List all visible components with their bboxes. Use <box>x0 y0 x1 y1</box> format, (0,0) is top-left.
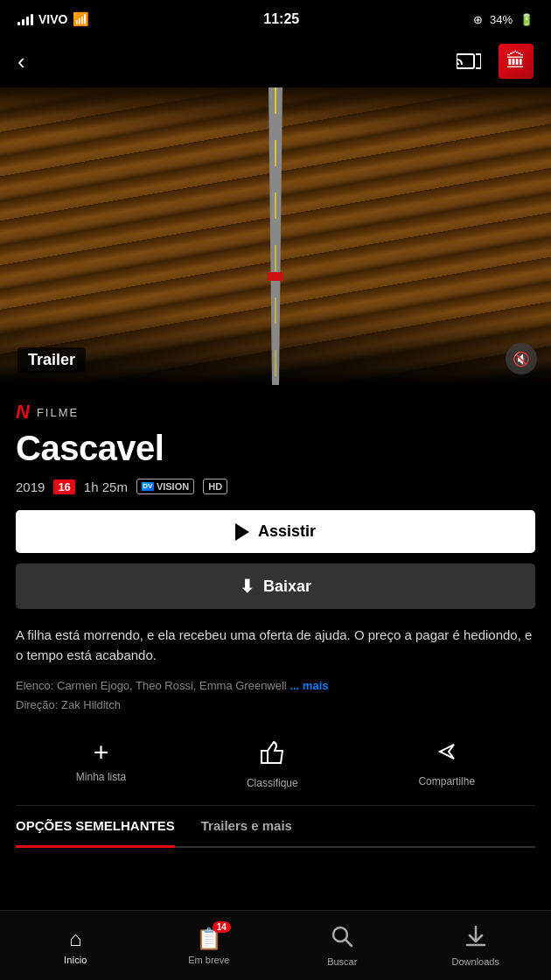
coming-soon-label: Em breve <box>188 955 229 965</box>
carrier-info: VIVO 📶 <box>17 11 89 27</box>
action-buttons-row: + Minha lista Classifique Compartilhe <box>16 731 535 806</box>
svg-rect-0 <box>457 54 474 68</box>
status-bar: VIVO 📶 11:25 ⊕ 34% 🔋 <box>0 0 551 35</box>
movie-credits: Elenco: Carmen Ejogo, Theo Rossi, Emma G… <box>16 676 535 715</box>
cast-label: Elenco: <box>16 679 53 692</box>
svg-rect-1 <box>262 751 268 763</box>
cast-names: Carmen Ejogo, Theo Rossi, Emma Greenwell <box>57 679 287 692</box>
thumbs-up-icon <box>259 739 285 772</box>
movie-year: 2019 <box>16 480 45 494</box>
watch-button[interactable]: Assistir <box>16 510 535 553</box>
car-graphic <box>268 272 283 281</box>
cast-info: Elenco: Carmen Ejogo, Theo Rossi, Emma G… <box>16 676 535 696</box>
share-label: Compartilhe <box>418 775 475 788</box>
movie-detail-content: N FILME Cascavel 2019 16 1h 25m DV VISIO… <box>0 385 551 848</box>
tab-similar[interactable]: OPÇÕES SEMELHANTES <box>16 806 175 848</box>
movie-description: A filha está morrendo, e ela recebeu uma… <box>16 625 535 666</box>
watch-button-label: Assistir <box>258 522 316 541</box>
director-info: Direção: Zak Hilditch <box>16 696 535 715</box>
trailer-label: Trailer <box>17 347 86 373</box>
rate-label: Classifique <box>247 777 298 789</box>
hd-badge: HD <box>203 479 227 494</box>
cast-button[interactable] <box>457 49 481 74</box>
battery-icon: 🔋 <box>520 13 534 26</box>
download-button-label: Baixar <box>263 578 311 596</box>
svg-line-3 <box>345 940 352 946</box>
status-right: ⊕ 34% 🔋 <box>473 13 534 26</box>
home-icon: ⌂ <box>69 927 82 951</box>
movie-meta-row: 2019 16 1h 25m DV VISION HD <box>16 479 535 494</box>
nav-home[interactable]: ⌂ Início <box>9 927 143 965</box>
wifi-icon: 📶 <box>73 11 89 27</box>
dolby-vision-logo-icon: DV <box>142 482 154 491</box>
tab-trailers[interactable]: Trailers e mais <box>201 806 292 848</box>
hero-video-player[interactable]: Trailer 🔇 <box>0 88 551 385</box>
netflix-badge-row: N FILME <box>16 401 535 424</box>
content-tabs: OPÇÕES SEMELHANTES Trailers e mais <box>16 806 535 848</box>
dolby-vision-badge: DV VISION <box>136 479 194 494</box>
downloads-icon <box>464 925 487 953</box>
netflix-logo: N <box>16 401 30 424</box>
nav-bar: ‹ 🏛 <box>0 35 551 88</box>
movie-duration: 1h 25m <box>84 480 128 494</box>
signal-icon <box>17 13 33 25</box>
profile-avatar[interactable]: 🏛 <box>499 44 534 79</box>
search-icon <box>331 925 353 953</box>
play-icon <box>235 523 249 541</box>
movie-title: Cascavel <box>16 429 535 468</box>
content-type-badge: FILME <box>37 406 79 419</box>
video-background <box>0 88 551 385</box>
rate-button[interactable]: Classifique <box>247 739 298 789</box>
director-label: Direção: <box>16 698 58 711</box>
downloads-label: Downloads <box>452 956 499 967</box>
share-icon <box>435 739 459 770</box>
nav-coming-soon[interactable]: 📋 14 Em breve <box>143 927 276 965</box>
nav-right-actions: 🏛 <box>457 44 534 79</box>
battery-level: 34% <box>490 13 513 26</box>
search-label: Buscar <box>327 956 357 967</box>
movie-rating: 16 <box>53 480 74 494</box>
download-icon: ⬇ <box>240 576 255 597</box>
share-button[interactable]: Compartilhe <box>418 739 475 789</box>
nav-downloads[interactable]: Downloads <box>409 925 543 967</box>
status-time: 11:25 <box>263 11 299 27</box>
director-name: Zak Hilditch <box>61 698 121 711</box>
coming-soon-badge-wrap: 📋 14 <box>196 927 222 951</box>
carrier-name: VIVO <box>38 12 67 26</box>
mute-button[interactable]: 🔇 <box>506 343 537 374</box>
cast-more-link[interactable]: ... mais <box>289 679 328 692</box>
back-button[interactable]: ‹ <box>17 48 25 75</box>
bottom-navigation: ⌂ Início 📋 14 Em breve Buscar Downloads <box>0 910 551 980</box>
download-button[interactable]: ⬇ Baixar <box>16 564 535 609</box>
coming-soon-badge: 14 <box>213 921 231 933</box>
location-icon: ⊕ <box>473 13 483 26</box>
home-label: Início <box>64 955 87 965</box>
mute-icon: 🔇 <box>513 351 530 368</box>
add-list-label: Minha lista <box>76 771 126 783</box>
nav-search[interactable]: Buscar <box>276 925 409 967</box>
plus-icon: + <box>94 739 109 766</box>
add-to-list-button[interactable]: + Minha lista <box>76 739 126 789</box>
